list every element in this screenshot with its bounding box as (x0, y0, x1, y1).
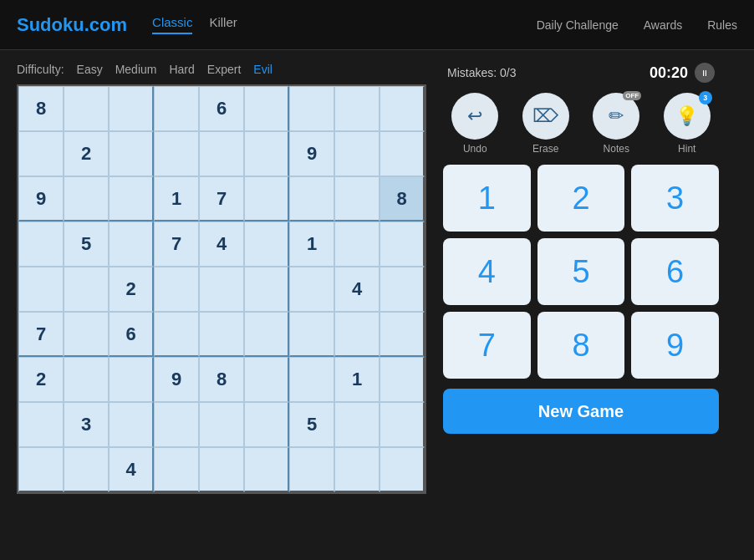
cell[interactable] (109, 131, 154, 176)
numpad-5[interactable]: 5 (537, 238, 625, 305)
cell[interactable] (334, 402, 380, 447)
cell[interactable] (109, 86, 154, 131)
cell[interactable]: 6 (109, 312, 154, 357)
cell[interactable] (244, 267, 289, 312)
cell[interactable] (289, 86, 334, 131)
cell[interactable] (289, 357, 334, 402)
cell[interactable] (18, 447, 64, 492)
cell[interactable] (380, 267, 425, 312)
cell[interactable]: 3 (64, 402, 109, 447)
cell[interactable] (18, 221, 64, 267)
cell[interactable] (244, 131, 289, 176)
cell[interactable]: 9 (154, 357, 199, 402)
numpad-4[interactable]: 4 (443, 238, 531, 305)
cell[interactable] (199, 447, 244, 492)
numpad-1[interactable]: 1 (443, 165, 531, 232)
cell[interactable] (18, 131, 64, 176)
cell[interactable] (244, 402, 289, 447)
cell[interactable] (244, 447, 289, 492)
diff-evil[interactable]: Evil (253, 63, 273, 76)
cell[interactable] (380, 221, 425, 267)
cell[interactable] (154, 312, 199, 357)
cell[interactable] (64, 447, 109, 492)
cell[interactable]: 2 (18, 357, 64, 402)
cell[interactable] (199, 267, 244, 312)
cell[interactable] (334, 447, 380, 492)
tool-notes[interactable]: ✏OFFNotes (584, 93, 649, 155)
cell[interactable]: 8 (18, 86, 64, 131)
cell[interactable] (18, 267, 64, 312)
cell[interactable] (64, 86, 109, 131)
header-daily-challenge[interactable]: Daily Challenge (537, 18, 619, 32)
tool-undo[interactable]: ↩Undo (443, 93, 507, 155)
pause-button[interactable]: ⏸ (695, 63, 715, 83)
tool-erase[interactable]: ⌦Erase (514, 93, 578, 155)
diff-easy[interactable]: Easy (77, 63, 103, 76)
cell[interactable] (64, 357, 109, 402)
cell[interactable]: 1 (154, 176, 199, 221)
tool-hint[interactable]: 💡3Hint (655, 93, 720, 155)
header-awards[interactable]: Awards (644, 18, 682, 32)
cell[interactable] (244, 221, 289, 267)
cell[interactable] (334, 312, 380, 357)
cell[interactable] (380, 312, 425, 357)
cell[interactable] (244, 176, 289, 221)
cell[interactable]: 9 (18, 176, 64, 221)
cell[interactable] (289, 447, 334, 492)
cell[interactable] (380, 447, 425, 492)
cell[interactable] (154, 402, 199, 447)
new-game-button[interactable]: New Game (443, 389, 719, 434)
cell[interactable]: 7 (154, 221, 199, 267)
cell[interactable]: 6 (199, 86, 244, 131)
diff-expert[interactable]: Expert (207, 63, 241, 76)
cell[interactable] (199, 402, 244, 447)
cell[interactable] (244, 86, 289, 131)
cell[interactable]: 1 (289, 221, 334, 267)
cell[interactable]: 5 (289, 402, 334, 447)
cell[interactable] (64, 176, 109, 221)
numpad-8[interactable]: 8 (537, 312, 625, 379)
cell[interactable]: 7 (199, 176, 244, 221)
cell[interactable]: 9 (289, 131, 334, 176)
cell[interactable]: 4 (334, 267, 380, 312)
cell[interactable]: 2 (64, 131, 109, 176)
cell[interactable]: 8 (199, 357, 244, 402)
cell[interactable] (380, 86, 425, 131)
cell[interactable] (380, 131, 425, 176)
cell[interactable] (154, 267, 199, 312)
numpad-3[interactable]: 3 (631, 165, 719, 232)
cell[interactable] (289, 267, 334, 312)
cell[interactable] (109, 221, 154, 267)
cell[interactable] (334, 86, 380, 131)
cell[interactable]: 7 (18, 312, 64, 357)
cell[interactable] (334, 221, 380, 267)
diff-hard[interactable]: Hard (169, 63, 194, 76)
cell[interactable]: 1 (334, 357, 380, 402)
numpad-7[interactable]: 7 (443, 312, 531, 379)
numpad-2[interactable]: 2 (537, 165, 625, 232)
header-rules[interactable]: Rules (707, 18, 737, 32)
cell[interactable] (64, 312, 109, 357)
nav-tab-classic[interactable]: Classic (152, 15, 192, 34)
cell[interactable] (199, 131, 244, 176)
cell[interactable]: 4 (109, 447, 154, 492)
nav-tab-killer[interactable]: Killer (209, 15, 237, 34)
cell[interactable] (289, 176, 334, 221)
cell[interactable] (244, 312, 289, 357)
cell[interactable]: 5 (64, 221, 109, 267)
cell[interactable] (64, 267, 109, 312)
cell[interactable] (199, 312, 244, 357)
cell[interactable] (154, 131, 199, 176)
numpad-9[interactable]: 9 (631, 312, 719, 379)
numpad-6[interactable]: 6 (631, 238, 719, 305)
cell[interactable] (109, 402, 154, 447)
cell[interactable] (334, 131, 380, 176)
cell[interactable] (380, 357, 425, 402)
cell[interactable] (109, 357, 154, 402)
cell[interactable]: 4 (199, 221, 244, 267)
cell[interactable] (380, 402, 425, 447)
cell[interactable]: 8 (380, 176, 425, 221)
cell[interactable] (154, 447, 199, 492)
cell[interactable] (244, 357, 289, 402)
diff-medium[interactable]: Medium (115, 63, 157, 76)
